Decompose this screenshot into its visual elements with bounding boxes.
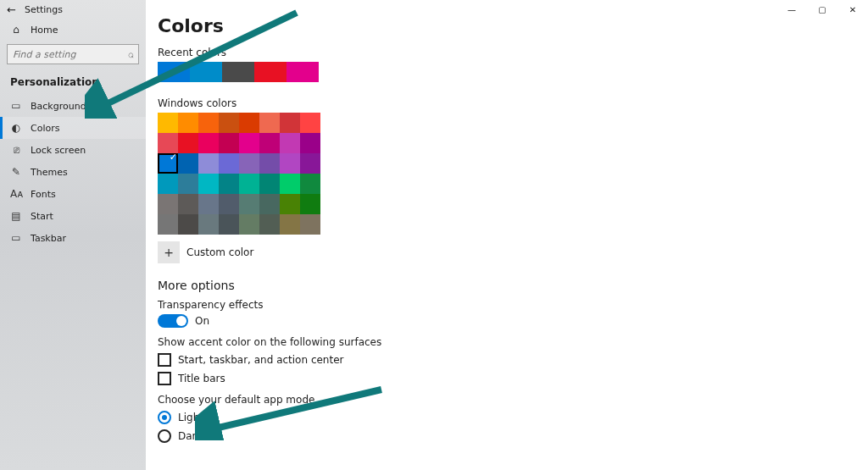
color-swatch[interactable]	[198, 113, 219, 133]
nav-list: ▭Background◐Colors⎚Lock screen✎ThemesAᴀF…	[0, 95, 146, 249]
color-swatch[interactable]	[259, 214, 280, 235]
nav-item-label: Themes	[31, 167, 68, 178]
color-swatch[interactable]	[280, 214, 300, 235]
color-swatch[interactable]	[259, 174, 280, 194]
home-icon: ⌂	[10, 24, 22, 36]
page-title: Colors	[158, 15, 868, 36]
nav-item-fonts[interactable]: AᴀFonts	[0, 183, 146, 205]
color-swatch[interactable]	[280, 153, 300, 174]
color-swatch[interactable]	[198, 194, 219, 214]
recent-colors	[158, 62, 868, 82]
nav-item-start[interactable]: ▤Start	[0, 205, 146, 227]
color-swatch[interactable]	[259, 153, 280, 174]
color-swatch[interactable]	[219, 153, 239, 174]
nav-item-lock-screen[interactable]: ⎚Lock screen	[0, 139, 146, 161]
windows-colors-grid	[158, 113, 868, 235]
recent-color-swatch[interactable]	[222, 62, 254, 82]
nav-item-background[interactable]: ▭Background	[0, 95, 146, 117]
nav-item-label: Start	[31, 211, 53, 222]
nav-home[interactable]: ⌂ Home	[0, 19, 146, 41]
recent-color-swatch[interactable]	[287, 62, 319, 82]
color-swatch[interactable]	[158, 113, 178, 133]
transparency-state: On	[195, 315, 209, 327]
surface-titlebars-checkbox[interactable]: Title bars	[158, 372, 868, 385]
mode-light-label: Light	[178, 412, 203, 423]
color-swatch[interactable]	[239, 194, 259, 214]
color-swatch[interactable]	[239, 133, 259, 153]
background-icon: ▭	[10, 100, 22, 112]
color-swatch[interactable]	[158, 174, 178, 194]
nav-item-label: Background	[31, 101, 86, 112]
color-swatch[interactable]	[178, 113, 198, 133]
color-swatch[interactable]	[158, 194, 178, 214]
color-swatch[interactable]	[219, 194, 239, 214]
color-swatch[interactable]	[158, 214, 178, 235]
nav-item-themes[interactable]: ✎Themes	[0, 161, 146, 183]
custom-color-label: Custom color	[186, 246, 253, 258]
color-swatch[interactable]	[178, 133, 198, 153]
nav-item-label: Colors	[31, 123, 59, 134]
color-swatch[interactable]	[300, 214, 320, 235]
mode-heading: Choose your default app mode	[158, 394, 868, 406]
color-swatch[interactable]	[259, 133, 280, 153]
color-swatch[interactable]	[259, 113, 280, 133]
color-swatch[interactable]	[198, 174, 219, 194]
nav-home-label: Home	[31, 25, 58, 36]
radio-icon	[158, 429, 171, 443]
color-swatch[interactable]	[280, 113, 300, 133]
color-swatch[interactable]	[198, 214, 219, 235]
color-swatch[interactable]	[178, 174, 198, 194]
color-swatch[interactable]	[178, 194, 198, 214]
transparency-toggle[interactable]	[158, 314, 188, 328]
color-swatch[interactable]	[280, 194, 300, 214]
color-swatch[interactable]	[239, 214, 259, 235]
color-swatch[interactable]	[280, 174, 300, 194]
plus-icon: +	[158, 241, 180, 263]
mode-dark-label: Dark	[178, 430, 202, 442]
back-button[interactable]: ←	[7, 3, 16, 16]
surfaces-heading: Show accent color on the following surfa…	[158, 336, 868, 348]
color-swatch[interactable]	[198, 153, 219, 174]
radio-icon	[158, 411, 171, 424]
search-icon: ⌕	[128, 48, 134, 60]
color-swatch[interactable]	[239, 113, 259, 133]
color-swatch[interactable]	[219, 174, 239, 194]
color-swatch[interactable]	[178, 214, 198, 235]
close-button[interactable]: ✕	[837, 0, 868, 19]
surface-start-checkbox[interactable]: Start, taskbar, and action center	[158, 353, 868, 367]
color-swatch[interactable]	[239, 174, 259, 194]
color-swatch[interactable]	[300, 174, 320, 194]
color-swatch[interactable]	[300, 194, 320, 214]
minimize-button[interactable]: —	[776, 0, 807, 19]
color-swatch[interactable]	[219, 113, 239, 133]
nav-item-colors[interactable]: ◐Colors	[0, 117, 146, 139]
window-controls: — ▢ ✕	[776, 0, 868, 19]
recent-color-swatch[interactable]	[190, 62, 222, 82]
color-swatch[interactable]	[158, 133, 178, 153]
color-swatch[interactable]	[300, 113, 320, 133]
nav-item-taskbar[interactable]: ▭Taskbar	[0, 227, 146, 249]
color-swatch[interactable]	[178, 153, 198, 174]
color-swatch[interactable]	[280, 133, 300, 153]
more-options-heading: More options	[158, 279, 868, 292]
surface-titlebars-label: Title bars	[178, 373, 225, 384]
recent-colors-label: Recent colors	[158, 47, 868, 58]
mode-dark-radio[interactable]: Dark	[158, 429, 868, 443]
fonts-icon: Aᴀ	[10, 188, 22, 200]
window-title: Settings	[25, 4, 63, 15]
recent-color-swatch[interactable]	[254, 62, 287, 82]
recent-color-swatch[interactable]	[158, 62, 190, 82]
maximize-button[interactable]: ▢	[807, 0, 837, 19]
custom-color-button[interactable]: + Custom color	[158, 241, 868, 263]
color-swatch[interactable]	[219, 214, 239, 235]
color-swatch[interactable]	[239, 153, 259, 174]
color-swatch[interactable]	[219, 133, 239, 153]
checkbox-icon	[158, 372, 171, 385]
color-swatch[interactable]	[259, 194, 280, 214]
search-input[interactable]	[7, 44, 139, 64]
color-swatch[interactable]	[300, 153, 320, 174]
color-swatch[interactable]	[300, 133, 320, 153]
mode-light-radio[interactable]: Light	[158, 411, 868, 424]
color-swatch[interactable]	[198, 133, 219, 153]
color-swatch[interactable]	[158, 153, 178, 174]
